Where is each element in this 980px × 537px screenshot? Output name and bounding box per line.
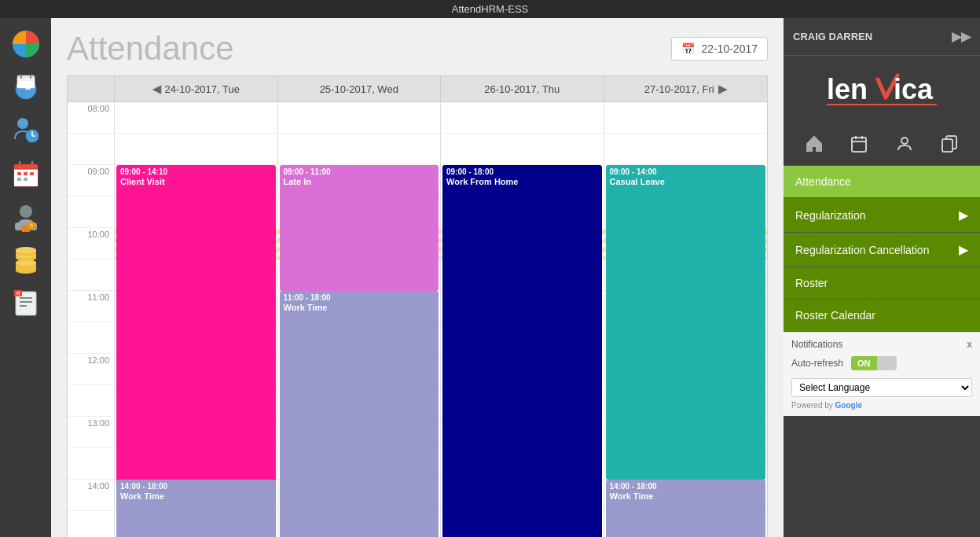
collapse-sidebar-button[interactable]: ▶▶ [952,29,971,44]
svg-text:len: len [827,73,868,105]
event-work-from-home[interactable]: 09:00 - 18:00Work From Home [442,165,602,537]
event-time-client-visit: 09:00 - 14:10 [120,167,272,176]
time-slot-7 [68,322,114,354]
reports-icon[interactable]: R [8,285,43,321]
attendance-icon[interactable] [8,69,43,105]
time-slot-3 [68,197,114,228]
menu-label-attendance: Attendance [795,175,851,188]
selected-date: 22-10-2017 [701,42,758,55]
notifications-panel: Notifications x Auto-refresh ON Select L… [784,332,980,416]
event-client-visit[interactable]: 09:00 - 14:10Client Visit [116,165,276,490]
language-select[interactable]: Select Language English [791,378,972,397]
page-title: Attendance [67,30,234,68]
event-title-work-time-fri: Work Time [610,491,654,501]
day-slot-tue-0 [115,102,277,134]
day-header-thu: 26-10-2017, Thu [441,76,604,101]
menu-item-roster-calendar[interactable]: Roster Calendar [784,300,980,332]
auto-refresh-label: Auto-refresh [791,358,843,369]
event-work-time-tue[interactable]: 14:00 - 18:00Work Time [116,480,276,537]
event-title-late-in: Late In [284,177,311,186]
svg-rect-20 [30,172,34,175]
calendar-container[interactable]: ◀ 24-10-2017, Tue 25-10-2017, Wed 26-10-… [51,75,784,537]
time-slot-8: 12:00 [68,354,114,385]
user-nav-button[interactable] [890,129,919,159]
page-header: Attendance 📅 22-10-2017 [51,18,784,75]
time-slot-5 [68,259,114,291]
svg-text:ica: ica [894,73,934,105]
day-col-thu: 09:00 - 18:00Work From Home [441,102,604,537]
prev-arrow[interactable]: ◀ [152,83,161,95]
notifications-close-button[interactable]: x [967,339,972,350]
time-slot-2: 09:00 [68,165,114,197]
auto-refresh-toggle[interactable]: ON [851,356,897,370]
user-name: CRAIG DARREN [793,31,872,42]
svg-rect-54 [942,139,952,152]
menu-item-roster[interactable]: Roster [784,267,980,300]
user-profile-icon[interactable] [8,199,43,234]
calendar-header: ◀ 24-10-2017, Tue 25-10-2017, Wed 26-10-… [68,76,767,102]
event-title-work-time-tue: Work Time [120,491,164,501]
calendar-nav-button[interactable] [844,129,874,159]
svg-text:R: R [17,291,20,296]
arrow-icon-regularization: ▶ [959,208,968,223]
event-time-work-time-tue: 14:00 - 18:00 [120,482,272,491]
time-header-cell [68,76,115,101]
powered-by-text: Powered by Google [791,401,972,410]
day-slot-wed-1 [278,134,441,165]
payroll-icon[interactable] [8,242,43,278]
home-logo-icon[interactable] [8,26,43,61]
event-time-work-from-home: 09:00 - 18:00 [446,167,598,176]
event-time-casual-leave: 09:00 - 14:00 [610,167,762,176]
event-title-client-visit: Client Visit [120,177,165,186]
day-header-wed: 25-10-2017, Wed [278,76,442,101]
svg-rect-48 [852,138,866,152]
menu-item-regularization-cancellation[interactable]: Regularization Cancellation ▶ [784,233,980,267]
event-time-work-time-fri: 14:00 - 18:00 [610,482,762,491]
event-title-casual-leave: Casual Leave [610,177,665,186]
menu-item-attendance[interactable]: Attendance [784,166,980,198]
arrow-icon-reg-cancel: ▶ [959,242,968,257]
svg-rect-21 [17,178,21,181]
day-col-fri: 09:00 - 14:00Casual Leave14:00 - 18:00Wo… [604,102,768,537]
calendar-body: 08:0009:0010:0011:0012:0013:0014:0015:00… [68,102,767,537]
svg-point-9 [17,118,28,129]
time-slot-13 [68,511,114,537]
date-picker[interactable]: 📅 22-10-2017 [671,37,768,61]
event-title-work-from-home: Work From Home [446,177,518,186]
right-sidebar: CRAIG DARREN ▶▶ len ica [784,18,980,537]
next-arrow[interactable]: ▶ [718,83,727,95]
day-col-wed: 09:00 - 11:00Late In11:00 - 18:00Work Ti… [278,102,442,537]
time-slot-9 [68,385,114,417]
user-header: CRAIG DARREN ▶▶ [784,18,980,56]
time-slot-10: 13:00 [68,417,114,448]
day-slot-thu-0 [441,102,604,134]
menu-label-regularization: Regularization [795,209,866,222]
day-header-tue: ◀ 24-10-2017, Tue [115,76,278,101]
day-slot-tue-1 [115,134,277,165]
calendar-small-icon: 📅 [681,42,695,55]
google-label: Google [835,401,862,410]
event-casual-leave[interactable]: 09:00 - 14:00Casual Leave [606,165,766,480]
day-slot-fri-1 [604,134,768,165]
event-work-time-fri[interactable]: 14:00 - 18:00Work Time [606,480,766,537]
menu-item-regularization[interactable]: Regularization ▶ [784,198,980,233]
event-late-in[interactable]: 09:00 - 11:00Late In [280,165,439,291]
company-logo: len ica [819,68,945,111]
left-icon-bar: R [0,18,51,537]
calendar-icon[interactable] [8,156,43,191]
home-nav-button[interactable] [799,129,829,159]
sidebar-menu: Attendance Regularization ▶ Regularizati… [784,166,980,332]
toggle-off-area [877,356,897,370]
app-title-bar: AttendHRM-ESS [0,0,980,18]
copy-nav-button[interactable] [934,129,964,159]
day-slot-fri-0 [604,102,768,134]
user-time-icon[interactable] [8,112,43,148]
event-time-work-time-wed: 11:00 - 18:00 [284,293,435,302]
event-work-time-wed[interactable]: 11:00 - 18:00Work Time [280,291,439,537]
app-title: AttendHRM-ESS [452,3,529,15]
time-column: 08:0009:0010:0011:0012:0013:0014:0015:00… [68,102,115,537]
menu-label-roster-calendar: Roster Calendar [795,309,875,322]
menu-label-reg-cancel: Regularization Cancellation [795,244,929,256]
language-select-wrap: Select Language English [791,378,972,397]
svg-rect-18 [17,172,21,175]
